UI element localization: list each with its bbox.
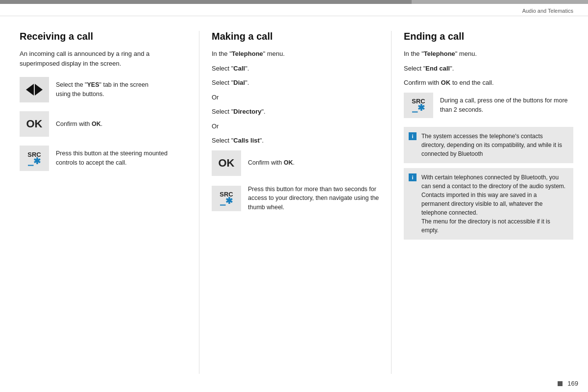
making-or-1: Or [212,93,381,102]
receiving-ok-text: Confirm with OK. [56,120,102,129]
progress-bar-fill [0,0,412,4]
info-icon-2: i [409,173,416,181]
making-step-2: Select "Call". [212,64,381,74]
info-box-1: i The system accesses the telephone's co… [404,127,573,163]
arrow-left-icon [26,84,34,96]
info-text-2: With certain telephones connected by Blu… [421,173,566,235]
src-icon-box-2: SRC ⎯✱ [212,186,241,211]
receiving-arrows-text: Select the "YES" tab in the screenusing … [56,80,148,99]
page-footer: 169 [558,380,578,387]
section-header: Audio and Telematics [0,4,588,16]
ending-step-2: Select "End call". [404,64,573,74]
footer-square-icon [558,381,563,386]
receiving-src-text: Press this button at the steering mounte… [56,149,189,168]
ending-step-3: Confirm with OK to end the call. [404,78,573,88]
src-slash-1: ⎯✱ [28,157,41,166]
making-src-text: Press this button for more than two seco… [248,185,381,212]
src-icon-box-3: SRC ⎯✱ [404,93,433,118]
arrows-icon [26,84,43,96]
ok-icon-box-2: OK [212,150,241,176]
making-ok-text: Confirm with OK. [248,158,294,168]
making-column: Making a call In the "Telephone" menu. S… [199,31,392,374]
ending-src-text: During a call, press one of the buttons … [440,96,573,115]
section-title: Audio and Telematics [522,8,573,14]
progress-bar [0,0,588,4]
info-box-2: i With certain telephones connected by B… [404,168,573,240]
making-step-5: Select "Calls list". [212,136,381,146]
receiving-item-src: SRC ⎯✱ Press this button at the steering… [20,146,189,171]
making-step-1: In the "Telephone" menu. [212,49,381,59]
ok-label: OK [26,118,43,130]
receiving-item-ok: OK Confirm with OK. [20,111,189,137]
receiving-intro: An incoming call is announced by a ring … [20,49,189,68]
ending-title: Ending a call [404,31,573,42]
receiving-item-arrows: Select the "YES" tab in the screenusing … [20,77,189,102]
making-item-ok: OK Confirm with OK. [212,150,381,176]
making-item-src: SRC ⎯✱ Press this button for more than t… [212,185,381,212]
ending-item-src: SRC ⎯✱ During a call, press one of the b… [404,93,573,118]
info-icon-1: i [409,132,416,140]
src-icon-box-1: SRC ⎯✱ [20,146,49,171]
ok-icon-box: OK [20,111,49,137]
receiving-title: Receiving a call [20,31,189,42]
src-slash-2: ⎯✱ [220,196,233,205]
main-content: Receiving a call An incoming call is ann… [0,16,588,384]
ending-step-1: In the "Telephone" menu. [404,49,573,59]
arrow-right-icon [35,84,43,96]
page-number: 169 [567,380,578,387]
info-text-1: The system accesses the telephone's cont… [421,132,566,158]
arrows-icon-box [20,77,49,102]
receiving-column: Receiving a call An incoming call is ann… [20,31,199,374]
making-title: Making a call [212,31,381,42]
src-slash-3: ⎯✱ [412,103,425,112]
ok-label-2: OK [219,157,235,170]
making-or-2: Or [212,122,381,131]
ending-column: Ending a call In the "Telephone" menu. S… [392,31,573,374]
making-step-4: Select "Directory". [212,107,381,117]
making-step-3: Select "Dial". [212,78,381,88]
